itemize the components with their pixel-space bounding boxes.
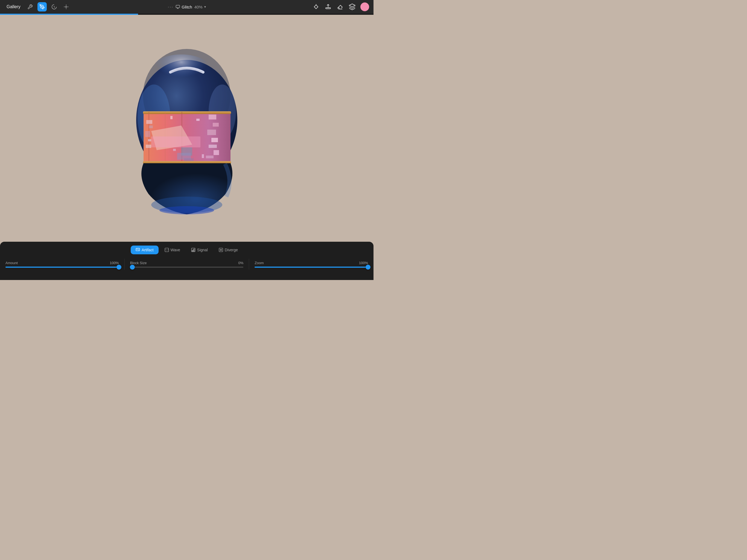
svg-rect-24: [151, 136, 200, 147]
svg-rect-31: [213, 123, 219, 127]
svg-rect-41: [173, 149, 176, 151]
modify-icon[interactable]: [25, 2, 35, 11]
pencil-icon[interactable]: [37, 2, 47, 11]
svg-rect-21: [149, 112, 149, 164]
amount-thumb[interactable]: [117, 265, 121, 270]
svg-point-1: [66, 6, 67, 8]
svg-point-46: [159, 206, 214, 214]
svg-rect-20: [143, 111, 231, 114]
svg-rect-28: [148, 139, 151, 142]
slider-divider-2: [249, 259, 249, 270]
blocksize-thumb[interactable]: [130, 265, 135, 270]
svg-rect-36: [206, 156, 213, 158]
amount-slider-group: Amount 100%: [5, 261, 119, 268]
smudge-icon[interactable]: [50, 2, 59, 11]
svg-rect-53: [193, 250, 194, 252]
amount-label: Amount: [5, 261, 18, 265]
zoom-fill: [255, 266, 368, 268]
tab-diverge[interactable]: Diverge: [214, 246, 243, 254]
amount-fill: [5, 266, 119, 268]
canvas-area[interactable]: [0, 15, 374, 242]
zoom-track[interactable]: [255, 266, 368, 268]
brush-icon[interactable]: [324, 3, 332, 11]
user-avatar[interactable]: [360, 2, 369, 11]
filter-dropdown-icon[interactable]: ▾: [204, 5, 206, 9]
svg-marker-12: [349, 4, 355, 7]
toolbar: Gallery: [0, 0, 374, 14]
svg-rect-49: [138, 249, 139, 250]
svg-rect-43: [202, 154, 204, 158]
tab-wave[interactable]: Wave: [160, 246, 185, 254]
svg-rect-27: [145, 131, 150, 137]
toolbar-right: [312, 2, 369, 11]
svg-rect-32: [207, 130, 216, 135]
amount-track[interactable]: [5, 266, 119, 268]
svg-rect-42: [196, 119, 200, 121]
transform-icon[interactable]: [61, 2, 71, 11]
bottom-panel: Artifact Wave Signal: [0, 242, 374, 280]
zoom-value: 100%: [359, 261, 368, 265]
helmet-illustration: [127, 41, 247, 216]
zoom-thumb[interactable]: [366, 265, 370, 270]
svg-rect-48: [137, 249, 137, 250]
blocksize-slider-group: Block Size 0%: [130, 261, 243, 268]
eraser-icon[interactable]: [336, 3, 344, 11]
svg-rect-30: [209, 114, 216, 120]
blocksize-fill: [130, 266, 132, 268]
drag-dots: ···: [168, 4, 173, 10]
svg-rect-26: [149, 126, 153, 128]
layers-icon[interactable]: [349, 3, 356, 11]
svg-point-0: [41, 6, 42, 7]
svg-rect-33: [211, 138, 218, 142]
blocksize-track[interactable]: [130, 266, 243, 268]
blocksize-value: 0%: [238, 261, 243, 265]
filter-name-label[interactable]: Glitch 40% ▾: [176, 5, 206, 9]
svg-line-11: [338, 7, 340, 8]
svg-rect-54: [194, 249, 195, 251]
blocksize-label: Block Size: [130, 261, 147, 265]
svg-rect-40: [170, 116, 173, 119]
slider-divider-1: [124, 259, 125, 270]
toolbar-center: ··· Glitch 40% ▾: [168, 4, 206, 10]
svg-rect-25: [146, 120, 152, 124]
svg-rect-35: [213, 150, 219, 155]
zoom-label: Zoom: [255, 261, 264, 265]
svg-rect-6: [176, 5, 180, 8]
svg-rect-29: [146, 145, 151, 148]
toolbar-left: Gallery: [4, 2, 71, 11]
pen-nib-icon[interactable]: [312, 3, 320, 11]
tab-artifact[interactable]: Artifact: [131, 246, 159, 254]
svg-rect-34: [209, 145, 217, 148]
tab-signal[interactable]: Signal: [186, 246, 213, 254]
filter-tabs: Artifact Wave Signal: [5, 246, 368, 254]
svg-rect-52: [192, 250, 192, 251]
gallery-button[interactable]: Gallery: [4, 3, 23, 10]
amount-value: 100%: [110, 261, 119, 265]
zoom-slider-group: Zoom 100%: [255, 261, 368, 268]
svg-rect-50: [165, 248, 169, 252]
sliders-row: Amount 100% Block Size 0%: [5, 259, 368, 270]
